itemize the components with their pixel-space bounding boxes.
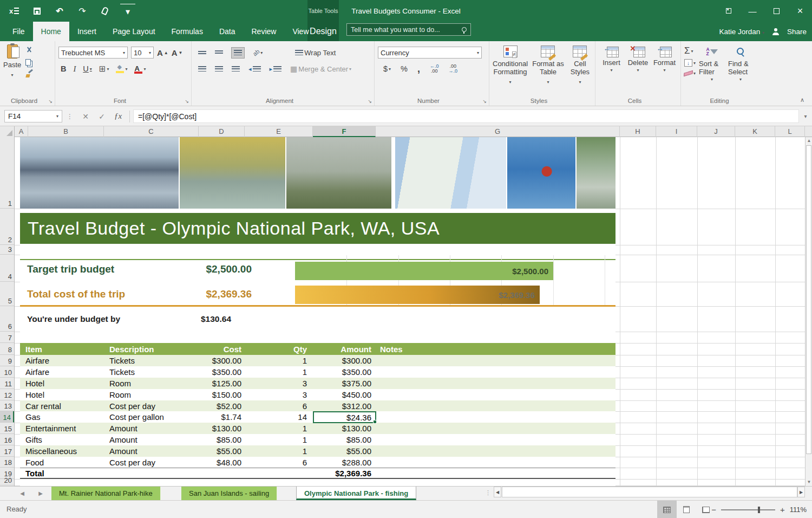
column-header-D[interactable]: D — [199, 126, 245, 137]
table-header-qty[interactable]: Qty — [245, 343, 313, 355]
vertical-scroll-thumb[interactable] — [806, 145, 811, 454]
insert-cells-button[interactable]: ← Insert▾ — [599, 46, 624, 73]
restore-button[interactable] — [764, 0, 788, 22]
cell-qty[interactable]: 1 — [245, 355, 313, 366]
cell-qty[interactable]: 3 — [245, 378, 313, 389]
clear-button[interactable]: ▾ — [684, 71, 696, 76]
row-header-14[interactable]: 14 — [0, 411, 14, 423]
wrap-text-button[interactable]: Wrap Text — [295, 49, 336, 57]
tab-page-layout[interactable]: Page Layout — [104, 22, 163, 41]
redo-button[interactable]: ↷ — [75, 4, 90, 18]
close-button[interactable]: × — [788, 0, 812, 22]
row-header-2[interactable]: 2 — [0, 209, 14, 245]
save-button[interactable] — [29, 4, 44, 18]
delete-cells-button[interactable]: ✕ Delete▾ — [625, 46, 651, 73]
select-all-corner[interactable] — [0, 126, 15, 137]
enter-formula-button[interactable]: ✓ — [94, 112, 110, 121]
cell-description[interactable]: Amount — [104, 445, 199, 457]
sheet-nav-left-arrow[interactable]: ◀ — [16, 487, 28, 501]
minimize-button[interactable]: — — [741, 0, 764, 22]
table-row-miscellaneous[interactable]: MiscellaneousAmount$55.001$55.00 — [20, 445, 615, 457]
customize-qat-dropdown[interactable]: ▾ — [120, 4, 135, 18]
cell-description[interactable]: Amount — [104, 434, 199, 445]
row-header-15[interactable]: 15 — [0, 423, 14, 434]
table-header-amount[interactable]: Amount — [313, 343, 376, 355]
cell-amount[interactable]: $55.00 — [313, 445, 376, 457]
cell-amount[interactable]: $450.00 — [313, 389, 376, 400]
cell-qty[interactable]: 14 — [245, 411, 313, 423]
table-row-airfare[interactable]: AirfareTickets$300.001$300.00 — [20, 355, 615, 366]
font-dialog-launcher[interactable]: ↘ — [185, 99, 189, 104]
conditional-formatting-button[interactable]: Conditional Formatting▾ — [493, 46, 528, 86]
cell-amount[interactable]: $312.00 — [313, 400, 376, 411]
user-name[interactable]: Katie Jordan ▾ — [719, 28, 764, 36]
cell-item[interactable]: Airfare — [20, 366, 104, 378]
insert-function-button[interactable]: ƒx — [110, 112, 126, 121]
column-header-J[interactable]: J — [697, 126, 735, 137]
percent-style-button[interactable]: % — [401, 64, 408, 73]
row-header-3[interactable]: 3 — [0, 245, 14, 255]
increase-decimal-button[interactable]: ←.0.00 — [430, 64, 439, 74]
number-dialog-launcher[interactable]: ↘ — [482, 99, 487, 104]
sheet-tab-san-juan-islands-sailing[interactable]: San Juan Islands - sailing — [181, 487, 277, 500]
undo-button[interactable]: ↶ — [52, 4, 67, 18]
table-header-description[interactable]: Description — [104, 343, 199, 355]
column-header-F[interactable]: F — [313, 126, 376, 137]
increase-font-size-button[interactable]: A▲ — [157, 48, 168, 57]
column-header-H[interactable]: H — [620, 126, 656, 137]
cell-styles-button[interactable]: Cell Styles▾ — [568, 46, 592, 86]
cell-item[interactable]: Airfare — [20, 355, 104, 366]
cell-amount[interactable]: $350.00 — [313, 366, 376, 378]
number-format-combo[interactable]: Currency▾ — [378, 47, 482, 59]
tab-file[interactable]: File — [4, 22, 33, 41]
cell-qty[interactable]: 6 — [245, 400, 313, 411]
cell-cost[interactable]: $55.00 — [199, 445, 245, 457]
table-row-hotel[interactable]: HotelRoom$150.003$450.00 — [20, 389, 615, 400]
row-header-4[interactable]: 4 — [0, 255, 14, 282]
cell-item[interactable]: Gas — [20, 411, 104, 423]
table-header-cost[interactable]: Cost — [199, 343, 245, 355]
vertical-scrollbar[interactable]: ▲ ▼ — [805, 137, 812, 486]
cut-button[interactable] — [25, 47, 33, 54]
cell-description[interactable]: Tickets — [104, 355, 199, 366]
alignment-dialog-launcher[interactable]: ↘ — [368, 99, 372, 104]
cell-description[interactable]: Tickets — [104, 366, 199, 378]
borders-button[interactable]: ⊞▾ — [99, 64, 109, 74]
row-header-11[interactable]: 11 — [0, 378, 14, 389]
copy-button[interactable] — [25, 59, 31, 66]
column-header-K[interactable]: K — [735, 126, 775, 137]
table-header-notes[interactable]: Notes — [376, 343, 615, 355]
align-right-button[interactable] — [232, 66, 240, 72]
column-header-C[interactable]: C — [104, 126, 199, 137]
cell-qty[interactable]: 1 — [245, 434, 313, 445]
sheet-tab-mt-rainier-national-park-hike[interactable]: Mt. Rainier National Park-hike — [51, 487, 161, 500]
cell-item[interactable]: Entertainment — [20, 423, 104, 434]
merge-center-button[interactable]: ▦ Merge & Center▾ — [290, 64, 351, 73]
cell-amount[interactable]: $288.00 — [313, 457, 376, 468]
format-cells-button[interactable]: ↔ Format▾ — [652, 46, 677, 73]
cell-cost[interactable]: $1.74 — [199, 411, 245, 423]
top-align-button[interactable] — [198, 51, 206, 55]
column-header-B[interactable]: B — [28, 126, 104, 137]
tab-design[interactable]: Design — [307, 22, 339, 41]
table-row-hotel[interactable]: HotelRoom$125.003$375.00 — [20, 378, 615, 389]
cell-amount[interactable]: $85.00 — [313, 434, 376, 445]
decrease-font-size-button[interactable]: A▼ — [172, 48, 183, 57]
cell-description[interactable]: Cost per day — [104, 457, 199, 468]
column-header-I[interactable]: I — [656, 126, 697, 137]
cancel-formula-button[interactable]: ✕ — [77, 112, 94, 121]
sheet-nav-right-arrow[interactable]: ▶ — [35, 487, 47, 501]
decrease-indent-button[interactable]: ◂ — [248, 66, 261, 73]
name-box[interactable]: F14▾ — [4, 110, 62, 122]
format-painter-button[interactable] — [25, 70, 33, 78]
collapse-ribbon-button[interactable]: ∧ — [800, 96, 804, 103]
cell-qty[interactable]: 6 — [245, 457, 313, 468]
column-header-L[interactable]: L — [775, 126, 805, 137]
table-row-entertainment[interactable]: EntertainmentAmount$130.001$130.00 — [20, 423, 615, 434]
cell-cost[interactable]: $130.00 — [199, 423, 245, 434]
cell-item[interactable]: Gifts — [20, 434, 104, 445]
page-layout-view-button[interactable] — [677, 501, 696, 518]
row-header-9[interactable]: 9 — [0, 355, 14, 366]
cell-description[interactable]: Room — [104, 378, 199, 389]
cell-qty[interactable]: 1 — [245, 423, 313, 434]
